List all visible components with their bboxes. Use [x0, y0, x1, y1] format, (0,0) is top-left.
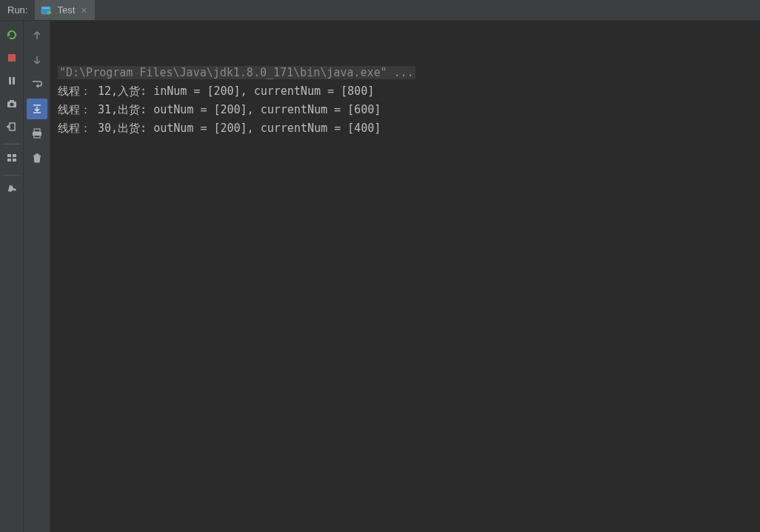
svg-rect-11 — [7, 154, 11, 157]
print-button[interactable] — [27, 123, 47, 144]
pause-icon — [6, 75, 18, 87]
pin-button[interactable] — [2, 179, 21, 199]
separator — [4, 144, 20, 144]
dump-threads-button[interactable] — [2, 94, 21, 113]
run-config-icon — [41, 4, 53, 16]
exit-button[interactable] — [2, 117, 21, 136]
svg-rect-12 — [13, 154, 16, 157]
svg-rect-5 — [9, 77, 11, 84]
svg-rect-14 — [13, 159, 16, 162]
primary-toolbar — [0, 21, 24, 532]
down-button[interactable] — [27, 50, 47, 70]
exit-icon — [6, 121, 18, 133]
stop-button[interactable] — [2, 48, 21, 67]
camera-icon — [6, 98, 18, 110]
trash-icon — [31, 152, 43, 164]
svg-point-9 — [10, 103, 13, 107]
soft-wrap-icon — [31, 79, 43, 90]
scroll-to-end-button[interactable] — [27, 99, 47, 119]
soft-wrap-button[interactable] — [27, 74, 47, 95]
svg-rect-1 — [42, 7, 50, 9]
svg-rect-6 — [13, 77, 15, 84]
print-icon — [31, 127, 43, 139]
console-output[interactable]: "D:\Program Files\Java\jdk1.8.0_171\bin\… — [50, 21, 760, 532]
tab-test[interactable]: Test × — [35, 0, 94, 20]
svg-rect-4 — [8, 54, 16, 61]
svg-rect-13 — [7, 159, 11, 162]
arrow-down-icon — [31, 54, 43, 66]
svg-rect-8 — [10, 100, 14, 102]
pin-icon — [6, 183, 18, 195]
close-icon[interactable]: × — [79, 4, 88, 16]
separator — [4, 175, 20, 176]
up-button[interactable] — [27, 25, 47, 46]
stop-icon — [6, 52, 18, 64]
layout-icon — [6, 152, 18, 164]
output-line: 线程： 12,入货: inNum = [200], currentNum = [… — [58, 82, 753, 101]
layout-button[interactable] — [2, 148, 21, 167]
svg-marker-10 — [7, 124, 9, 129]
run-label: Run: — [0, 0, 35, 20]
tab-bar: Run: Test × — [0, 0, 760, 21]
pause-button[interactable] — [2, 71, 21, 90]
secondary-toolbar — [24, 21, 50, 532]
rerun-button[interactable] — [2, 25, 21, 44]
command-line: "D:\Program Files\Java\jdk1.8.0_171\bin\… — [58, 66, 416, 79]
tab-label: Test — [57, 4, 75, 16]
clear-all-button[interactable] — [27, 147, 47, 168]
output-line: 线程： 30,出货: outNum = [200], currentNum = … — [58, 119, 753, 138]
arrow-up-icon — [31, 30, 43, 41]
main-area: "D:\Program Files\Java\jdk1.8.0_171\bin\… — [0, 21, 760, 532]
rerun-icon — [6, 29, 18, 41]
svg-rect-16 — [34, 129, 40, 132]
output-line: 线程： 31,出货: outNum = [200], currentNum = … — [58, 101, 753, 119]
scroll-end-icon — [31, 103, 43, 115]
svg-marker-15 — [36, 84, 39, 88]
